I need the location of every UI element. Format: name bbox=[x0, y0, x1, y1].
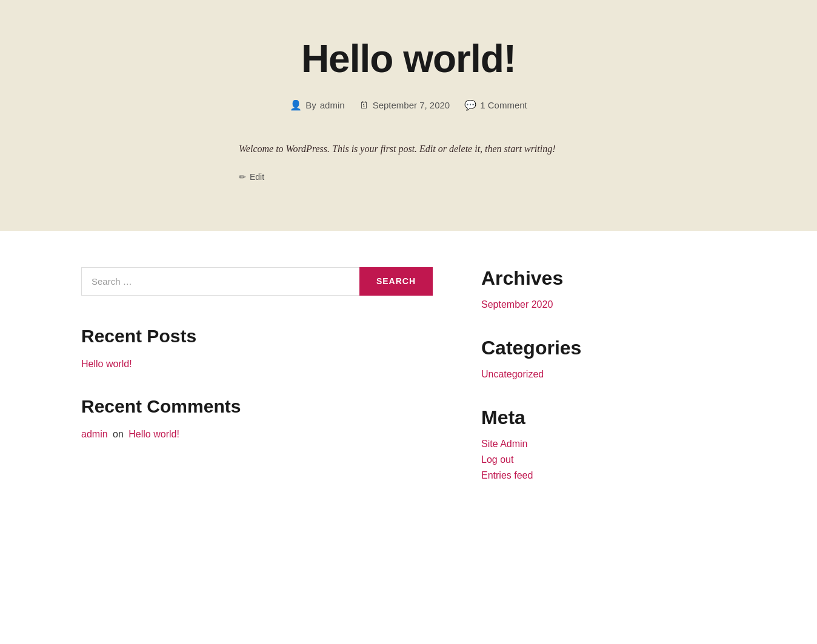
archives-heading: Archives bbox=[481, 267, 687, 290]
post-author: admin bbox=[320, 100, 345, 110]
post-date-meta: 🗓 September 7, 2020 bbox=[359, 100, 450, 111]
search-button[interactable]: SEARCH bbox=[359, 267, 433, 296]
meta-section: Meta Site Admin Log out Entries feed bbox=[481, 407, 687, 481]
comment-icon: 💬 bbox=[464, 99, 476, 111]
recent-posts-heading: Recent Posts bbox=[81, 326, 433, 347]
edit-link[interactable]: ✏ Edit bbox=[239, 172, 264, 182]
comment-post-link[interactable]: Hello world! bbox=[128, 429, 179, 439]
main-content: SEARCH Recent Posts Hello world! Recent … bbox=[45, 231, 772, 556]
left-column: SEARCH Recent Posts Hello world! Recent … bbox=[81, 267, 433, 508]
comment-item: admin on Hello world! bbox=[81, 429, 433, 440]
post-title: Hello world! bbox=[12, 36, 805, 81]
calendar-icon: 🗓 bbox=[359, 100, 369, 111]
post-body: Welcome to WordPress. This is your first… bbox=[239, 141, 578, 157]
recent-comments-heading: Recent Comments bbox=[81, 396, 433, 417]
search-widget: SEARCH bbox=[81, 267, 433, 296]
post-date: September 7, 2020 bbox=[373, 100, 450, 110]
post-content-area: Welcome to WordPress. This is your first… bbox=[239, 141, 578, 182]
post-comments: 1 Comment bbox=[480, 100, 527, 110]
post-author-meta: 👤 By admin bbox=[290, 99, 344, 111]
author-icon: 👤 bbox=[290, 99, 302, 111]
meta-entries-feed-link[interactable]: Entries feed bbox=[481, 470, 687, 481]
comment-author-link[interactable]: admin bbox=[81, 429, 108, 439]
post-comments-meta: 💬 1 Comment bbox=[464, 99, 527, 111]
recent-comments-section: Recent Comments admin on Hello world! bbox=[81, 396, 433, 440]
category-item[interactable]: Uncategorized bbox=[481, 369, 687, 380]
meta-site-admin-link[interactable]: Site Admin bbox=[481, 439, 687, 450]
categories-heading: Categories bbox=[481, 337, 687, 359]
post-meta: 👤 By admin 🗓 September 7, 2020 💬 1 Comme… bbox=[12, 99, 805, 111]
meta-heading: Meta bbox=[481, 407, 687, 429]
search-input[interactable] bbox=[81, 267, 359, 296]
meta-log-out-link[interactable]: Log out bbox=[481, 454, 687, 465]
recent-posts-section: Recent Posts Hello world! bbox=[81, 326, 433, 370]
right-column: Archives September 2020 Categories Uncat… bbox=[481, 267, 687, 508]
author-by-label: By bbox=[305, 100, 316, 110]
comment-on-text: on bbox=[113, 429, 124, 439]
archive-item[interactable]: September 2020 bbox=[481, 299, 687, 310]
categories-section: Categories Uncategorized bbox=[481, 337, 687, 380]
archives-section: Archives September 2020 bbox=[481, 267, 687, 310]
hero-section: Hello world! 👤 By admin 🗓 September 7, 2… bbox=[0, 0, 817, 231]
recent-post-item[interactable]: Hello world! bbox=[81, 359, 132, 369]
edit-label: Edit bbox=[250, 172, 264, 182]
edit-icon: ✏ bbox=[239, 172, 246, 182]
